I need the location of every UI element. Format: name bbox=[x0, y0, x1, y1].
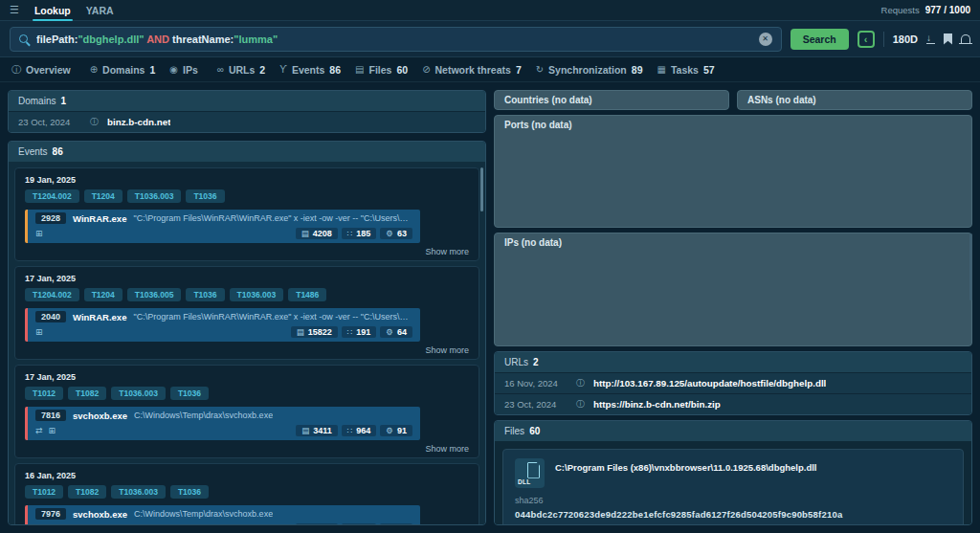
tab-ips[interactable]: ◉ IPs bbox=[169, 57, 203, 82]
tab-label: Overview bbox=[26, 64, 71, 76]
mitre-tag[interactable]: T1036 bbox=[170, 485, 209, 499]
process-info: 7816 svchoxb.exe C:\Windows\Temp\drax\sv… bbox=[28, 407, 420, 423]
period-selector[interactable]: 180D bbox=[893, 33, 918, 45]
event-date: 17 Jan, 2025 bbox=[25, 372, 469, 382]
event-tags: T1012 T1082 T1036.003 T1036 bbox=[25, 387, 469, 400]
overview-content: Domains 1 23 Oct, 2024 ⓘ binz.b-cdn.net … bbox=[0, 82, 980, 533]
show-more-link[interactable]: Show more bbox=[515, 523, 951, 524]
files-panel-header: Files 60 bbox=[495, 421, 971, 441]
tab-label: Network threats bbox=[435, 64, 511, 76]
process-pid: 7816 bbox=[35, 410, 66, 421]
tab-overview[interactable]: ⓘ Overview bbox=[11, 57, 76, 82]
tab-icon: ▦ bbox=[657, 64, 665, 75]
process-flag-icon: ⊞ bbox=[35, 229, 43, 238]
tab-network-threats[interactable]: ⊘ Network threats 7 bbox=[422, 57, 522, 82]
mitre-tag[interactable]: T1036 bbox=[170, 387, 209, 400]
export-button[interactable]: ↓ bbox=[926, 33, 935, 45]
panel-count: 2 bbox=[533, 357, 539, 367]
mitre-tag[interactable]: T1036.003 bbox=[127, 189, 182, 203]
show-more-link[interactable]: Show more bbox=[25, 444, 469, 454]
mitre-tag[interactable]: T1036 bbox=[186, 288, 224, 301]
mitre-tag[interactable]: T1012 bbox=[25, 485, 63, 499]
events-panel-header: Events 86 bbox=[9, 142, 485, 162]
events-panel: Events 86 19 Jan, 2025 T1204.002 T1204 T bbox=[8, 141, 486, 525]
topbar-tab[interactable]: Lookup bbox=[34, 0, 71, 21]
files-list: DLL C:\Program Files (x86)\vnxbbrowser\1… bbox=[495, 441, 971, 524]
clear-query-button[interactable]: ✕ bbox=[759, 33, 772, 46]
mitre-tag[interactable]: T1204 bbox=[84, 288, 122, 301]
requests-value: 977 / 1000 bbox=[925, 5, 970, 15]
tab-synchronization[interactable]: ↻ Synchronization 89 bbox=[536, 57, 643, 82]
process-row[interactable]: 2040 WinRAR.exe "C:\Program Files\WinRAR… bbox=[25, 308, 420, 342]
page-scrollbar[interactable] bbox=[969, 233, 972, 300]
stat-value: 4208 bbox=[313, 229, 332, 238]
notifications-button[interactable] bbox=[961, 34, 970, 43]
file-card[interactable]: DLL C:\Program Files (x86)\vnxbbrowser\1… bbox=[502, 449, 964, 524]
mitre-tag[interactable]: T1036 bbox=[186, 189, 224, 203]
tab-files[interactable]: ▤ Files 60 bbox=[355, 57, 408, 82]
process-row[interactable]: 7976 svchoxb.exe C:\Windows\Temp\drax\sv… bbox=[25, 505, 420, 524]
top-bar: ☰ Lookup YARA Requests 977 / 1000 bbox=[0, 0, 980, 21]
query-part: filePath: bbox=[36, 33, 78, 45]
event-tags: T1012 T1082 T1036.003 T1036 bbox=[25, 485, 469, 499]
stat-chip: ▤ 3411 bbox=[296, 425, 338, 436]
tab-icon: ◉ bbox=[169, 64, 178, 75]
mitre-tag[interactable]: T1082 bbox=[68, 387, 106, 400]
process-cmdline: C:\Windows\Temp\drax\svchoxb.exe bbox=[134, 411, 273, 420]
stat-chip: ⚙ 64 bbox=[380, 326, 412, 338]
tab-domains[interactable]: ⊕ Domains 1 bbox=[90, 57, 156, 82]
mitre-tag[interactable]: T1204.002 bbox=[25, 189, 79, 203]
process-row[interactable]: 7816 svchoxb.exe C:\Windows\Temp\drax\sv… bbox=[25, 407, 420, 440]
info-icon[interactable]: ⓘ bbox=[576, 398, 585, 411]
topbar-tab[interactable]: YARA bbox=[86, 0, 114, 21]
mitre-tag[interactable]: T1012 bbox=[25, 387, 63, 400]
bookmark-button[interactable] bbox=[944, 33, 952, 45]
search-input[interactable]: filePath:"dbghelp.dll" AND threatName:"l… bbox=[10, 27, 782, 52]
mitre-tag[interactable]: T1036.003 bbox=[111, 485, 166, 499]
search-button[interactable]: Search bbox=[791, 29, 849, 50]
bell-icon bbox=[961, 34, 970, 43]
domain-value: binz.b-cdn.net bbox=[107, 117, 170, 127]
requests-counter: Requests 977 / 1000 bbox=[881, 5, 970, 15]
panel-title: URLs bbox=[504, 357, 528, 367]
files-panel: Files 60 DLL C:\Program Files (x86)\vnxb… bbox=[494, 420, 972, 525]
search-query: filePath:"dbghelp.dll" AND threatName:"l… bbox=[36, 33, 278, 45]
mitre-tag[interactable]: T1036.005 bbox=[127, 288, 182, 301]
file-path: C:\Program Files (x86)\vnxbbrowser\11.0.… bbox=[555, 458, 817, 476]
ports-panel: Ports (no data) bbox=[494, 115, 972, 228]
tab-icon: ∞ bbox=[217, 64, 224, 75]
asns-panel: ASNs (no data) bbox=[737, 90, 972, 110]
info-icon[interactable]: ⓘ bbox=[576, 377, 585, 389]
tab-urls[interactable]: ∞ URLs 2 bbox=[217, 57, 265, 82]
tab-icon: ⓘ bbox=[11, 63, 21, 77]
show-more-link[interactable]: Show more bbox=[25, 345, 469, 355]
domains-panel: Domains 1 23 Oct, 2024 ⓘ binz.b-cdn.net bbox=[8, 90, 486, 133]
mitre-tag[interactable]: T1036.003 bbox=[111, 387, 166, 400]
tab-events[interactable]: ϒ Events 86 bbox=[279, 57, 341, 82]
stat-chip: ∷ 185 bbox=[342, 228, 376, 239]
process-row[interactable]: 2928 WinRAR.exe "C:\Program Files\WinRAR… bbox=[25, 210, 420, 243]
result-tabs: ⓘ Overview ⊕ Domains 1 ◉ IPs ∞ URLs 2 ϒ … bbox=[0, 57, 980, 82]
dll-badge: DLL bbox=[518, 478, 531, 485]
urls-panel: URLs 2 16 Nov, 2024 ⓘ http://103.167.89.… bbox=[494, 351, 972, 415]
domain-row[interactable]: 23 Oct, 2024 ⓘ binz.b-cdn.net bbox=[9, 111, 485, 132]
mitre-tag[interactable]: T1082 bbox=[68, 485, 106, 499]
query-builder-icon[interactable]: ‹ bbox=[858, 31, 875, 48]
mitre-tag[interactable]: T1486 bbox=[288, 288, 326, 301]
stat-icon: ▤ bbox=[297, 327, 304, 337]
events-scrollbar[interactable] bbox=[480, 167, 483, 211]
menu-icon[interactable]: ☰ bbox=[10, 4, 19, 16]
info-icon[interactable]: ⓘ bbox=[90, 116, 99, 128]
show-more-link[interactable]: Show more bbox=[25, 247, 469, 256]
ips-panel: IPs (no data) bbox=[494, 233, 972, 345]
tab-icon: ▤ bbox=[355, 64, 364, 75]
stat-value: 3411 bbox=[313, 426, 332, 435]
tab-tasks[interactable]: ▦ Tasks 57 bbox=[657, 57, 714, 82]
topbar-tab-label: Lookup bbox=[34, 5, 71, 16]
mitre-tag[interactable]: T1036.003 bbox=[230, 288, 284, 301]
mitre-tag[interactable]: T1204.002 bbox=[25, 288, 79, 301]
url-row[interactable]: 23 Oct, 2024 ⓘ https://binz.b-cdn.net/bi… bbox=[495, 393, 971, 414]
stat-value: 91 bbox=[397, 426, 407, 435]
mitre-tag[interactable]: T1204 bbox=[84, 189, 122, 203]
url-row[interactable]: 16 Nov, 2024 ⓘ http://103.167.89.125/aut… bbox=[495, 372, 971, 393]
